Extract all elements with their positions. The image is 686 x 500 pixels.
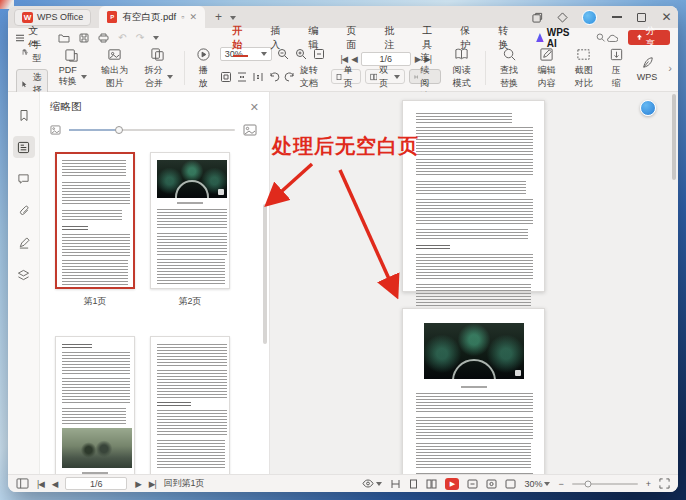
bookmarks-icon[interactable] bbox=[13, 104, 35, 126]
actual-size-icon[interactable] bbox=[220, 70, 232, 84]
wps-logo-icon: W bbox=[22, 12, 33, 23]
print-icon[interactable] bbox=[98, 33, 109, 43]
fit-height-icon[interactable] bbox=[252, 70, 264, 84]
prev-page-icon[interactable]: ◀ bbox=[351, 54, 357, 64]
first-page-icon[interactable]: |◀ bbox=[340, 54, 347, 64]
split-merge-button[interactable]: 拆分合并 bbox=[139, 45, 177, 92]
undo-icon[interactable]: ↶ bbox=[118, 32, 126, 43]
status-first-page-icon[interactable]: |◀ bbox=[37, 479, 44, 489]
status-zoom-out-button[interactable]: − bbox=[558, 479, 563, 489]
status-double-page-icon[interactable] bbox=[426, 479, 437, 489]
status-zoom-slider[interactable] bbox=[572, 483, 638, 485]
status-continuous-icon[interactable] bbox=[390, 479, 401, 489]
continuous-read-button[interactable]: 连续阅读 bbox=[409, 69, 441, 84]
annotation-text: 处理后无空白页 bbox=[272, 133, 419, 160]
comments-icon[interactable] bbox=[13, 168, 35, 190]
tab-wps-ai[interactable]: WPS AI bbox=[535, 25, 577, 51]
status-last-page-icon[interactable]: ▶| bbox=[149, 479, 156, 489]
large-thumbnail-icon bbox=[243, 124, 257, 136]
share-button[interactable]: 分享 bbox=[628, 30, 670, 45]
play-label: 播放 bbox=[196, 64, 211, 90]
wps-feather-icon bbox=[640, 55, 655, 70]
thumbnail-image-people bbox=[62, 428, 132, 468]
close-tab-icon[interactable]: ✕ bbox=[189, 12, 197, 22]
panel-close-icon[interactable]: ✕ bbox=[250, 101, 259, 114]
edit-content-button[interactable]: 编辑内容 bbox=[530, 45, 562, 92]
layers-icon[interactable] bbox=[13, 264, 35, 286]
status-page-field[interactable]: 1/6 bbox=[65, 477, 127, 490]
zoom-in-icon[interactable] bbox=[294, 47, 308, 61]
compress-label: 压缩 bbox=[609, 64, 624, 90]
page-image-cockpit bbox=[424, 323, 524, 379]
status-play-button[interactable]: ▶ bbox=[445, 478, 459, 490]
tab-insert[interactable]: 插入 bbox=[269, 22, 288, 54]
tab-preview-icon[interactable]: ▫ bbox=[181, 12, 184, 22]
status-zoom-in-button[interactable]: + bbox=[646, 479, 651, 489]
thumbnail-size-slider[interactable] bbox=[69, 129, 235, 131]
tab-protect[interactable]: 保护 bbox=[459, 22, 478, 54]
double-page-button[interactable]: 双页 bbox=[365, 69, 405, 84]
cloud-icon[interactable] bbox=[606, 33, 618, 43]
ribbon-separator bbox=[485, 51, 486, 85]
save-icon[interactable] bbox=[79, 33, 89, 43]
rotate-left-icon[interactable] bbox=[268, 70, 280, 84]
thumbnail-page-2[interactable] bbox=[150, 152, 230, 289]
minimize-button[interactable] bbox=[611, 12, 622, 23]
thumbnail-page-1[interactable] bbox=[55, 152, 135, 289]
signature-icon[interactable] bbox=[13, 232, 35, 254]
read-mode-label: 阅读模式 bbox=[450, 64, 474, 90]
document-tab[interactable]: P 有空白页.pdf ▫ ✕ bbox=[99, 6, 205, 28]
pdf-convert-button[interactable]: PDF转换 bbox=[53, 46, 91, 90]
eye-protect-button[interactable] bbox=[362, 479, 382, 488]
tab-home[interactable]: 开始 bbox=[231, 22, 250, 54]
single-page-button[interactable]: 单页 bbox=[331, 69, 361, 84]
ribbon-expand-icon[interactable]: › bbox=[668, 62, 672, 74]
fit-width-icon[interactable] bbox=[236, 70, 248, 84]
compress-button[interactable]: 压缩 bbox=[605, 45, 628, 92]
screenshot-compare-button[interactable]: 截图对比 bbox=[568, 45, 600, 92]
tab-edit[interactable]: 编辑 bbox=[307, 22, 326, 54]
export-image-button[interactable]: 输出为图片 bbox=[96, 45, 134, 92]
status-fit-height-icon[interactable] bbox=[505, 479, 516, 489]
status-next-page-icon[interactable]: ▶ bbox=[135, 479, 141, 489]
quick-access-dropdown-icon[interactable] bbox=[153, 36, 159, 43]
main-scrollbar[interactable] bbox=[672, 94, 676, 461]
rotate-right-icon[interactable] bbox=[284, 70, 296, 84]
rotate-document-button[interactable]: 旋转文档 bbox=[300, 64, 326, 90]
tab-page[interactable]: 页面 bbox=[345, 22, 364, 54]
single-page-icon bbox=[336, 72, 342, 82]
close-button[interactable]: ✕ bbox=[661, 12, 672, 23]
play-button[interactable]: 播放 bbox=[192, 45, 215, 92]
status-zoom-slider-handle[interactable] bbox=[585, 480, 592, 487]
split-merge-icon bbox=[150, 47, 165, 62]
tab-comment[interactable]: 批注 bbox=[383, 22, 402, 54]
status-bar: |◀ ◀ 1/6 ▶ ▶| 回到第1页 ▶ 30% − + bbox=[8, 474, 678, 492]
status-fit-page-icon[interactable] bbox=[467, 479, 478, 489]
status-prev-page-icon[interactable]: ◀ bbox=[52, 479, 58, 489]
status-single-page-icon[interactable] bbox=[409, 479, 418, 489]
tab-convert[interactable]: 转换 bbox=[497, 22, 516, 54]
open-folder-icon[interactable] bbox=[58, 33, 70, 43]
sidebar-toggle-icon[interactable] bbox=[16, 478, 29, 489]
redo-icon[interactable]: ↷ bbox=[136, 32, 144, 43]
slider-handle[interactable] bbox=[115, 126, 123, 134]
wps-ai-logo-icon bbox=[536, 33, 544, 42]
status-fit-width-icon[interactable] bbox=[486, 479, 497, 489]
panel-scrollbar[interactable] bbox=[263, 204, 267, 474]
search-icon[interactable] bbox=[596, 32, 605, 43]
fullscreen-icon[interactable] bbox=[659, 478, 670, 489]
export-image-label: 输出为图片 bbox=[100, 64, 130, 90]
maximize-button[interactable] bbox=[636, 12, 647, 23]
thumbnail-page-3[interactable] bbox=[55, 336, 135, 474]
thumbnail-page-4[interactable] bbox=[150, 336, 230, 474]
attachment-icon[interactable] bbox=[13, 200, 35, 222]
thumbnails-icon[interactable] bbox=[13, 136, 35, 158]
status-zoom-select[interactable]: 30% bbox=[524, 479, 550, 489]
hand-tool-button[interactable]: 手型 bbox=[16, 37, 48, 67]
back-to-first-page-button[interactable]: 回到第1页 bbox=[164, 477, 205, 490]
tab-tools[interactable]: 工具 bbox=[421, 22, 440, 54]
compress-icon bbox=[609, 47, 624, 62]
floating-avatar[interactable] bbox=[640, 100, 656, 116]
new-tab-button[interactable]: + bbox=[215, 10, 222, 24]
wps-more-button[interactable]: WPS bbox=[633, 53, 662, 84]
